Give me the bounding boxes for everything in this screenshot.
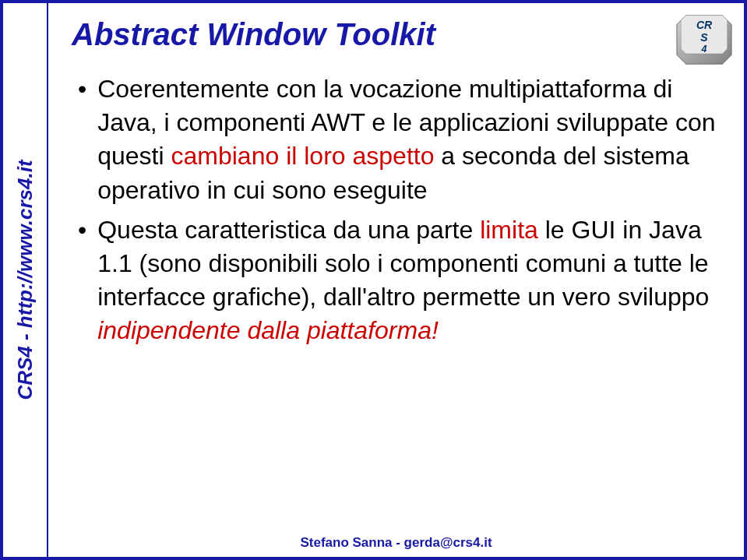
emphasized-text: indipendente dalla piattaforma! <box>97 316 439 344</box>
svg-text:S: S <box>700 31 708 44</box>
crs4-logo-icon: CR S 4 <box>674 9 735 70</box>
bullet-text: Coerentemente con la vocazione multipiat… <box>97 72 721 207</box>
footer-author: Stefano Sanna - gerda@crs4.it <box>48 535 744 551</box>
bullet-marker-icon: • <box>78 213 86 348</box>
sidebar: CRS4 - http://www.crs4.it <box>3 3 48 557</box>
svg-text:4: 4 <box>701 44 707 55</box>
text-segment: Questa caratteristica da una parte <box>97 216 480 244</box>
content-area: • Coerentemente con la vocazione multipi… <box>72 72 721 348</box>
main-content: CR S 4 Abstract Window Toolkit • Coerent… <box>48 3 744 557</box>
slide-container: CRS4 - http://www.crs4.it CR S 4 Abstrac… <box>0 0 747 560</box>
bullet-marker-icon: • <box>78 72 86 207</box>
bullet-text: Questa caratteristica da una parte limit… <box>97 213 721 348</box>
bullet-item: • Questa caratteristica da una parte lim… <box>78 213 721 348</box>
bullet-item: • Coerentemente con la vocazione multipi… <box>78 72 721 207</box>
highlighted-text: cambiano il loro aspetto <box>171 142 434 170</box>
slide-title: Abstract Window Toolkit <box>72 17 721 52</box>
highlighted-text: limita <box>480 216 538 244</box>
svg-text:CR: CR <box>696 19 713 31</box>
sidebar-url: CRS4 - http://www.crs4.it <box>13 160 37 400</box>
